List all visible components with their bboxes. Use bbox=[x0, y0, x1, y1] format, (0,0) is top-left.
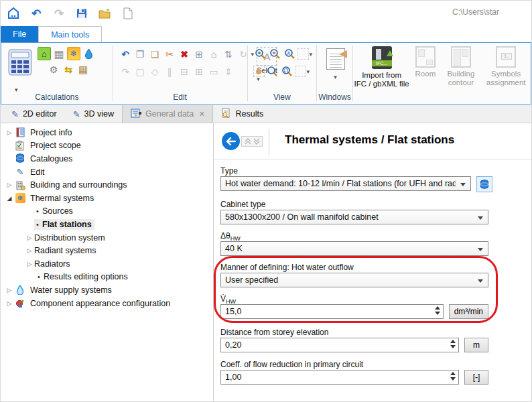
back-button[interactable] bbox=[222, 132, 240, 150]
thermal-calc-button[interactable]: ❄ bbox=[67, 47, 80, 60]
zoom-out-button[interactable] bbox=[268, 47, 282, 61]
expand-icon[interactable]: ▷ bbox=[5, 300, 14, 307]
tab-results[interactable]: Results bbox=[213, 105, 271, 123]
main-area: ▷ Project info Project scope Catalogues … bbox=[1, 123, 531, 402]
scale-button[interactable]: ⊟ bbox=[178, 64, 192, 78]
results-table-button[interactable]: ▦ bbox=[76, 63, 90, 76]
copy-button[interactable]: ❐ bbox=[133, 47, 147, 61]
chevron-down-icon bbox=[478, 248, 483, 251]
room-icon bbox=[415, 46, 436, 68]
paste-button[interactable]: ❏ bbox=[148, 47, 162, 61]
settings-calc-button[interactable]: ⚙ bbox=[47, 63, 60, 76]
open-button[interactable] bbox=[97, 6, 112, 21]
tab-general-data[interactable]: General data × bbox=[122, 105, 213, 123]
delta-theta-hw-select[interactable]: 40 K bbox=[220, 241, 488, 256]
bullet-icon: • bbox=[36, 273, 42, 281]
zoom-window-button[interactable] bbox=[280, 64, 294, 78]
building-calc-button[interactable]: ▦ bbox=[52, 47, 66, 60]
vhw-unit-button[interactable]: dm³/min bbox=[449, 304, 488, 319]
tree-item-flat-stations[interactable]: • Flat stations bbox=[1, 218, 213, 231]
chevron-down-icon bbox=[478, 279, 483, 283]
expand-icon[interactable]: ▷ bbox=[25, 234, 34, 241]
tree-item-sources[interactable]: • Sources bbox=[1, 205, 213, 218]
tree-item-radiant-systems[interactable]: ▷ Radiant systems bbox=[1, 244, 213, 257]
tree-item-radiators[interactable]: ▷ Radiators bbox=[1, 257, 213, 271]
pin-node-button[interactable]: ∥ bbox=[163, 64, 177, 78]
tree-item-component-appearance-configuration[interactable]: ▷ Component appearance configuration bbox=[1, 297, 213, 310]
vhw-input[interactable]: 15,0 bbox=[220, 304, 444, 319]
expand-icon[interactable]: ▷ bbox=[25, 247, 34, 254]
collapse-icon[interactable]: ◢ bbox=[5, 195, 14, 202]
coeff-stepper[interactable] bbox=[450, 372, 456, 381]
calculations-button[interactable] bbox=[7, 48, 34, 93]
pan-button[interactable] bbox=[253, 66, 265, 77]
zoom-in-button[interactable] bbox=[253, 47, 267, 61]
tree-item-distribution-system[interactable]: ▷ Distribution system bbox=[1, 231, 213, 245]
distance-stepper[interactable] bbox=[450, 340, 456, 348]
close-tab-icon[interactable]: × bbox=[199, 109, 204, 119]
navigate-prev-next-button[interactable] bbox=[241, 136, 263, 147]
zoom-menu-arrow[interactable]: ▾ bbox=[310, 51, 313, 58]
group-edit: ↶ ❐ ❏ ✂ ✖ ⊞ ⌂ ⇅ ↻ ▾ ↷ ▢ ◇ bbox=[113, 43, 247, 104]
heat-load-calc-button[interactable]: ⌂ bbox=[38, 47, 51, 60]
tree-item-results-editing-options[interactable]: • Results editing options bbox=[1, 271, 213, 284]
redo-quick-button[interactable]: ↷ bbox=[52, 6, 66, 21]
expand-icon[interactable]: ▷ bbox=[25, 261, 34, 267]
titlebar: ↶ ↷ C:\Users\star bbox=[1, 1, 531, 26]
form-icon bbox=[131, 109, 141, 120]
import-ifc-button[interactable]: IFC... Import fromIFC / gbXML file bbox=[353, 43, 410, 104]
save-button[interactable] bbox=[74, 6, 89, 21]
manner-of-defining-select[interactable]: User specified bbox=[220, 273, 488, 287]
view-menu-arrow[interactable]: ▾ bbox=[307, 68, 310, 75]
expand-icon[interactable]: ▷ bbox=[5, 287, 14, 293]
tree-item-building-and-surroundings[interactable]: ▷ Building and surroundings bbox=[1, 178, 213, 192]
tree-item-edit[interactable]: ✎ Edit bbox=[1, 165, 213, 179]
water-calc-button[interactable] bbox=[82, 47, 95, 60]
hand-icon bbox=[256, 69, 261, 74]
expand-icon[interactable]: ▷ bbox=[5, 129, 14, 136]
node-edit-button[interactable]: ⊞ bbox=[192, 47, 206, 61]
distance-input[interactable]: 0,20 bbox=[220, 338, 459, 352]
coeff-input[interactable]: 1,00 bbox=[220, 370, 459, 385]
new-document-button[interactable] bbox=[120, 6, 135, 21]
flip-button[interactable]: ⇅ bbox=[222, 47, 236, 61]
catalogue-button[interactable] bbox=[476, 176, 492, 192]
building-contour-button[interactable]: Building contour bbox=[441, 43, 482, 104]
tab-file[interactable]: File bbox=[1, 26, 38, 42]
tree-item-project-info[interactable]: ▷ Project info bbox=[1, 126, 213, 139]
vhw-stepper[interactable] bbox=[435, 306, 440, 315]
expand-icon[interactable]: ▷ bbox=[5, 182, 14, 188]
symbols-assignment-button[interactable]: 1.. Symbols assignment bbox=[481, 43, 531, 104]
region-select-button[interactable]: ▢ bbox=[133, 64, 147, 78]
windows-button[interactable]: ▾ bbox=[322, 48, 348, 80]
view-extra-button[interactable] bbox=[295, 66, 306, 77]
elevation-button[interactable]: ⌂ bbox=[207, 47, 221, 61]
tab-3d-view[interactable]: ✎ 3D view bbox=[65, 105, 122, 123]
type-select[interactable]: Hot water demand: 10-12 l/min / Flat sta… bbox=[220, 176, 471, 191]
tree-item-project-scope[interactable]: Project scope bbox=[1, 139, 213, 153]
mirror-button[interactable]: ⇕ bbox=[222, 64, 236, 78]
pipe-sizing-button[interactable]: ⇆ bbox=[62, 63, 75, 76]
delete-button[interactable]: ✖ bbox=[178, 47, 192, 61]
windows-menu-arrow[interactable]: ▾ bbox=[322, 74, 348, 80]
undo-button[interactable]: ↶ bbox=[119, 47, 133, 61]
tab-2d-editor[interactable]: ✎ 2D editor bbox=[3, 105, 65, 123]
tab-main-tools[interactable]: Main tools bbox=[38, 26, 102, 42]
cabinet-type-select[interactable]: 580x1300x200 / On wall manifold cabinet bbox=[220, 210, 488, 224]
room-button[interactable]: Room bbox=[410, 43, 440, 104]
window-document-icon bbox=[326, 48, 345, 70]
tree-item-water-supply-systems[interactable]: ▷ Water supply systems bbox=[1, 283, 213, 297]
cut-button[interactable]: ✂ bbox=[163, 47, 177, 61]
zoom-previous-button[interactable] bbox=[265, 64, 279, 78]
tree-item-catalogues[interactable]: Catalogues bbox=[1, 152, 213, 165]
zoom-all-button[interactable]: A bbox=[283, 47, 297, 61]
tree-item-thermal-systems[interactable]: ◢ ❄ Thermal systems bbox=[1, 192, 213, 205]
coeff-unit-button[interactable]: [-] bbox=[464, 370, 488, 385]
align-button[interactable]: ⊞ bbox=[192, 64, 206, 78]
undo-quick-button[interactable]: ↶ bbox=[29, 6, 44, 21]
zoom-region-button[interactable] bbox=[297, 48, 309, 60]
distance-unit-button[interactable]: m bbox=[464, 338, 488, 352]
insert-node-button[interactable]: ◇ bbox=[148, 64, 162, 78]
measure-button[interactable]: ▭ bbox=[207, 64, 221, 78]
redo-button[interactable]: ↷ bbox=[119, 64, 133, 78]
